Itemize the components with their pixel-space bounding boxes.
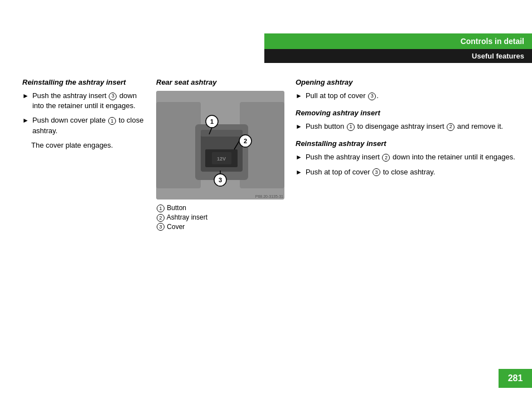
- diagram-svg: 12V 1 2 3 P68.20-3135-31: [156, 91, 284, 199]
- reinstalling-bullet-2: ► Push at top of cover 3 to close ashtra…: [296, 167, 521, 177]
- header-bar: Controls in detail Useful features: [264, 33, 532, 63]
- removing-bullet-text: Push button 1 to disengage ashtray inser…: [306, 121, 503, 132]
- reinstalling-bullet-2-text: Push at top of cover 3 to close ashtray.: [306, 167, 436, 177]
- useful-label: Useful features: [264, 49, 532, 63]
- circle-3-opening: 3: [368, 93, 376, 100]
- controls-label: Controls in detail: [264, 33, 532, 49]
- opening-title: Opening ashtray: [296, 78, 521, 86]
- circle-3-reinstall: 3: [373, 168, 380, 176]
- page-number: 281: [499, 369, 532, 388]
- removing-title: Removing ashtray insert: [296, 109, 521, 117]
- middle-column: Rear seat ashtray 12V: [156, 78, 284, 231]
- svg-rect-9: [201, 130, 243, 137]
- main-content: Reinstalling the ashtray insert ► Push t…: [22, 78, 521, 231]
- right-column: Opening ashtray ► Pull at top of cover 3…: [296, 78, 521, 231]
- reinstalling-title-left: Reinstalling the ashtray insert: [22, 78, 145, 86]
- label-button: 1 Button: [156, 204, 284, 212]
- left-bullet-1: ► Push the ashtray insert 3 down into th…: [22, 91, 145, 111]
- circle-2-label: 2: [157, 214, 165, 222]
- arrow-icon-5: ►: [296, 153, 302, 162]
- circle-2-removing: 2: [447, 123, 454, 131]
- note-text: The cover plate engages.: [31, 140, 145, 150]
- label-ashtray-insert: 2 Ashtray insert: [156, 213, 284, 222]
- opening-bullet-text: Pull at top of cover 3.: [306, 91, 379, 101]
- svg-text:3: 3: [219, 177, 222, 183]
- circle-3-1: 3: [109, 93, 117, 100]
- opening-bullet: ► Pull at top of cover 3.: [296, 91, 521, 101]
- circle-2-reinstall: 2: [382, 154, 390, 162]
- svg-text:12V: 12V: [217, 156, 226, 162]
- removing-bullet: ► Push button 1 to disengage ashtray ins…: [296, 121, 521, 132]
- svg-text:P68.20-3135-31: P68.20-3135-31: [255, 194, 283, 198]
- arrow-icon-4: ►: [296, 122, 302, 132]
- arrow-icon-3: ►: [296, 91, 302, 101]
- reinstalling-title-right: Reinstalling ashtray insert: [296, 139, 521, 148]
- svg-text:2: 2: [244, 138, 247, 144]
- left-bullet-2-text: Push down cover plate 1 to close ashtray…: [32, 115, 145, 135]
- diagram-image: 12V 1 2 3 P68.20-3135-31: [156, 91, 284, 199]
- circle-1-removing: 1: [347, 123, 355, 131]
- reinstalling-bullet-1: ► Push the ashtray insert 2 down into th…: [296, 152, 521, 162]
- reinstalling-bullet-1-text: Push the ashtray insert 2 down into the …: [306, 152, 515, 162]
- rear-seat-title: Rear seat ashtray: [156, 78, 284, 86]
- svg-rect-2: [156, 102, 201, 188]
- circle-1-1: 1: [108, 117, 116, 125]
- left-bullet-1-text: Push the ashtray insert 3 down into the …: [32, 91, 145, 111]
- label-cover: 3 Cover: [156, 223, 284, 231]
- arrow-icon-6: ►: [296, 168, 302, 177]
- circle-1-label: 1: [157, 205, 165, 212]
- left-column: Reinstalling the ashtray insert ► Push t…: [22, 78, 145, 231]
- svg-text:1: 1: [210, 118, 214, 125]
- left-bullet-2: ► Push down cover plate 1 to close ashtr…: [22, 115, 145, 135]
- arrow-icon-1: ►: [22, 91, 29, 101]
- circle-3-label: 3: [157, 223, 165, 231]
- arrow-icon-2: ►: [22, 116, 29, 125]
